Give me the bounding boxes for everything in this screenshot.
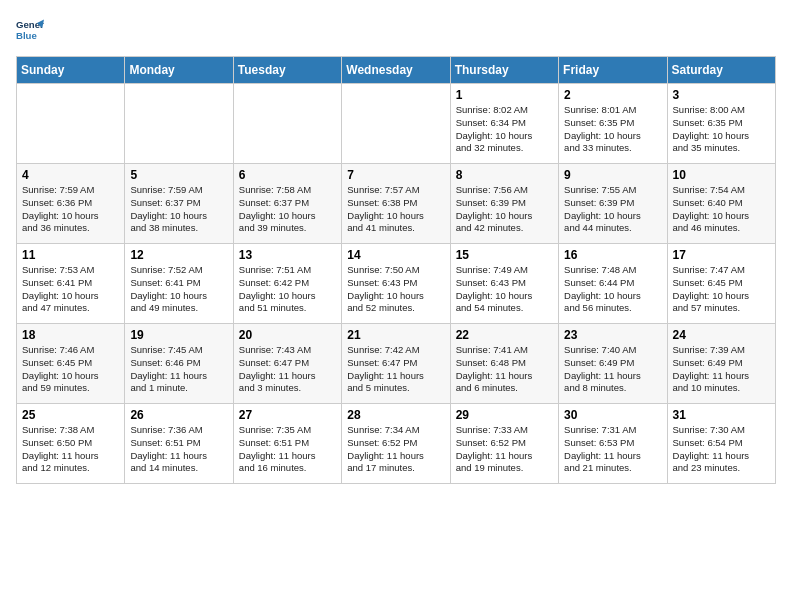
day-number: 11 <box>22 248 119 262</box>
day-number: 18 <box>22 328 119 342</box>
calendar-cell <box>233 84 341 164</box>
calendar-cell: 25Sunrise: 7:38 AM Sunset: 6:50 PM Dayli… <box>17 404 125 484</box>
day-number: 21 <box>347 328 444 342</box>
day-detail: Sunrise: 7:58 AM Sunset: 6:37 PM Dayligh… <box>239 184 336 235</box>
day-number: 1 <box>456 88 553 102</box>
day-header-friday: Friday <box>559 57 667 84</box>
day-detail: Sunrise: 7:49 AM Sunset: 6:43 PM Dayligh… <box>456 264 553 315</box>
calendar-cell: 4Sunrise: 7:59 AM Sunset: 6:36 PM Daylig… <box>17 164 125 244</box>
day-header-saturday: Saturday <box>667 57 775 84</box>
calendar-cell: 20Sunrise: 7:43 AM Sunset: 6:47 PM Dayli… <box>233 324 341 404</box>
day-number: 6 <box>239 168 336 182</box>
day-detail: Sunrise: 7:43 AM Sunset: 6:47 PM Dayligh… <box>239 344 336 395</box>
day-detail: Sunrise: 7:47 AM Sunset: 6:45 PM Dayligh… <box>673 264 770 315</box>
day-detail: Sunrise: 7:54 AM Sunset: 6:40 PM Dayligh… <box>673 184 770 235</box>
calendar-cell: 3Sunrise: 8:00 AM Sunset: 6:35 PM Daylig… <box>667 84 775 164</box>
day-detail: Sunrise: 7:34 AM Sunset: 6:52 PM Dayligh… <box>347 424 444 475</box>
calendar-cell <box>17 84 125 164</box>
calendar-cell: 17Sunrise: 7:47 AM Sunset: 6:45 PM Dayli… <box>667 244 775 324</box>
calendar-cell: 24Sunrise: 7:39 AM Sunset: 6:49 PM Dayli… <box>667 324 775 404</box>
day-detail: Sunrise: 8:02 AM Sunset: 6:34 PM Dayligh… <box>456 104 553 155</box>
day-detail: Sunrise: 7:45 AM Sunset: 6:46 PM Dayligh… <box>130 344 227 395</box>
day-number: 7 <box>347 168 444 182</box>
calendar-cell: 13Sunrise: 7:51 AM Sunset: 6:42 PM Dayli… <box>233 244 341 324</box>
calendar-cell: 26Sunrise: 7:36 AM Sunset: 6:51 PM Dayli… <box>125 404 233 484</box>
calendar-cell: 14Sunrise: 7:50 AM Sunset: 6:43 PM Dayli… <box>342 244 450 324</box>
page-header: General Blue <box>16 16 776 44</box>
calendar-cell: 21Sunrise: 7:42 AM Sunset: 6:47 PM Dayli… <box>342 324 450 404</box>
logo: General Blue <box>16 16 44 44</box>
day-detail: Sunrise: 7:59 AM Sunset: 6:37 PM Dayligh… <box>130 184 227 235</box>
day-header-tuesday: Tuesday <box>233 57 341 84</box>
day-number: 2 <box>564 88 661 102</box>
day-detail: Sunrise: 7:38 AM Sunset: 6:50 PM Dayligh… <box>22 424 119 475</box>
day-detail: Sunrise: 7:51 AM Sunset: 6:42 PM Dayligh… <box>239 264 336 315</box>
day-number: 28 <box>347 408 444 422</box>
day-number: 9 <box>564 168 661 182</box>
calendar-cell: 2Sunrise: 8:01 AM Sunset: 6:35 PM Daylig… <box>559 84 667 164</box>
calendar-cell: 1Sunrise: 8:02 AM Sunset: 6:34 PM Daylig… <box>450 84 558 164</box>
day-detail: Sunrise: 7:46 AM Sunset: 6:45 PM Dayligh… <box>22 344 119 395</box>
day-number: 22 <box>456 328 553 342</box>
calendar-cell: 30Sunrise: 7:31 AM Sunset: 6:53 PM Dayli… <box>559 404 667 484</box>
day-detail: Sunrise: 7:53 AM Sunset: 6:41 PM Dayligh… <box>22 264 119 315</box>
day-number: 24 <box>673 328 770 342</box>
day-number: 15 <box>456 248 553 262</box>
logo-icon: General Blue <box>16 16 44 44</box>
calendar-cell: 28Sunrise: 7:34 AM Sunset: 6:52 PM Dayli… <box>342 404 450 484</box>
day-detail: Sunrise: 7:39 AM Sunset: 6:49 PM Dayligh… <box>673 344 770 395</box>
day-detail: Sunrise: 7:30 AM Sunset: 6:54 PM Dayligh… <box>673 424 770 475</box>
day-number: 17 <box>673 248 770 262</box>
calendar-table: SundayMondayTuesdayWednesdayThursdayFrid… <box>16 56 776 484</box>
day-header-wednesday: Wednesday <box>342 57 450 84</box>
day-detail: Sunrise: 8:00 AM Sunset: 6:35 PM Dayligh… <box>673 104 770 155</box>
day-detail: Sunrise: 7:57 AM Sunset: 6:38 PM Dayligh… <box>347 184 444 235</box>
calendar-cell: 18Sunrise: 7:46 AM Sunset: 6:45 PM Dayli… <box>17 324 125 404</box>
day-number: 19 <box>130 328 227 342</box>
day-detail: Sunrise: 8:01 AM Sunset: 6:35 PM Dayligh… <box>564 104 661 155</box>
calendar-cell <box>125 84 233 164</box>
calendar-cell: 5Sunrise: 7:59 AM Sunset: 6:37 PM Daylig… <box>125 164 233 244</box>
calendar-cell: 31Sunrise: 7:30 AM Sunset: 6:54 PM Dayli… <box>667 404 775 484</box>
calendar-cell: 6Sunrise: 7:58 AM Sunset: 6:37 PM Daylig… <box>233 164 341 244</box>
day-number: 8 <box>456 168 553 182</box>
day-detail: Sunrise: 7:35 AM Sunset: 6:51 PM Dayligh… <box>239 424 336 475</box>
day-number: 26 <box>130 408 227 422</box>
day-number: 25 <box>22 408 119 422</box>
calendar-cell: 29Sunrise: 7:33 AM Sunset: 6:52 PM Dayli… <box>450 404 558 484</box>
day-number: 16 <box>564 248 661 262</box>
calendar-cell: 27Sunrise: 7:35 AM Sunset: 6:51 PM Dayli… <box>233 404 341 484</box>
day-detail: Sunrise: 7:59 AM Sunset: 6:36 PM Dayligh… <box>22 184 119 235</box>
day-number: 13 <box>239 248 336 262</box>
day-detail: Sunrise: 7:50 AM Sunset: 6:43 PM Dayligh… <box>347 264 444 315</box>
day-detail: Sunrise: 7:31 AM Sunset: 6:53 PM Dayligh… <box>564 424 661 475</box>
day-number: 3 <box>673 88 770 102</box>
calendar-cell: 8Sunrise: 7:56 AM Sunset: 6:39 PM Daylig… <box>450 164 558 244</box>
day-number: 5 <box>130 168 227 182</box>
day-number: 31 <box>673 408 770 422</box>
calendar-cell: 12Sunrise: 7:52 AM Sunset: 6:41 PM Dayli… <box>125 244 233 324</box>
day-header-monday: Monday <box>125 57 233 84</box>
day-detail: Sunrise: 7:42 AM Sunset: 6:47 PM Dayligh… <box>347 344 444 395</box>
day-detail: Sunrise: 7:33 AM Sunset: 6:52 PM Dayligh… <box>456 424 553 475</box>
calendar-cell: 15Sunrise: 7:49 AM Sunset: 6:43 PM Dayli… <box>450 244 558 324</box>
day-detail: Sunrise: 7:41 AM Sunset: 6:48 PM Dayligh… <box>456 344 553 395</box>
day-number: 4 <box>22 168 119 182</box>
day-detail: Sunrise: 7:48 AM Sunset: 6:44 PM Dayligh… <box>564 264 661 315</box>
day-detail: Sunrise: 7:56 AM Sunset: 6:39 PM Dayligh… <box>456 184 553 235</box>
day-number: 20 <box>239 328 336 342</box>
day-number: 29 <box>456 408 553 422</box>
day-detail: Sunrise: 7:55 AM Sunset: 6:39 PM Dayligh… <box>564 184 661 235</box>
day-header-sunday: Sunday <box>17 57 125 84</box>
calendar-cell: 16Sunrise: 7:48 AM Sunset: 6:44 PM Dayli… <box>559 244 667 324</box>
svg-text:Blue: Blue <box>16 30 37 41</box>
day-detail: Sunrise: 7:52 AM Sunset: 6:41 PM Dayligh… <box>130 264 227 315</box>
calendar-cell: 22Sunrise: 7:41 AM Sunset: 6:48 PM Dayli… <box>450 324 558 404</box>
day-number: 23 <box>564 328 661 342</box>
calendar-cell: 19Sunrise: 7:45 AM Sunset: 6:46 PM Dayli… <box>125 324 233 404</box>
day-number: 12 <box>130 248 227 262</box>
calendar-cell: 23Sunrise: 7:40 AM Sunset: 6:49 PM Dayli… <box>559 324 667 404</box>
calendar-cell <box>342 84 450 164</box>
calendar-cell: 7Sunrise: 7:57 AM Sunset: 6:38 PM Daylig… <box>342 164 450 244</box>
day-number: 27 <box>239 408 336 422</box>
